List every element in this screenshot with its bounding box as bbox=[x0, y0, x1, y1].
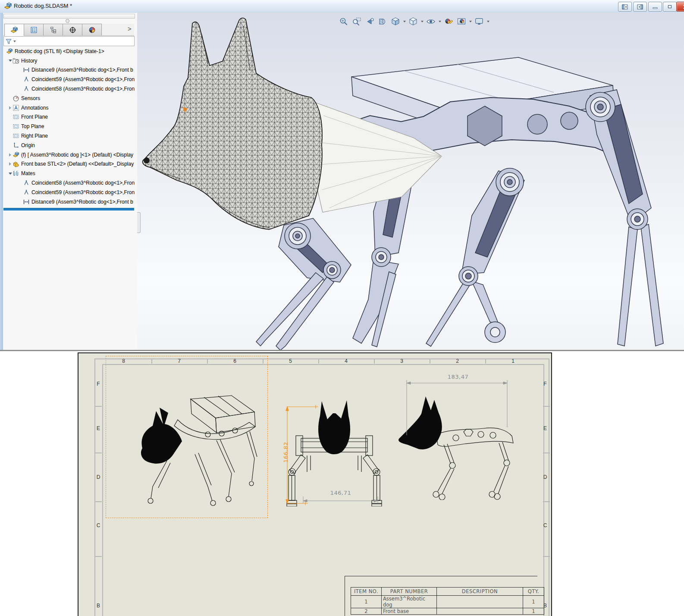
view-settings-button[interactable] bbox=[473, 16, 485, 28]
restore-icon bbox=[667, 4, 672, 9]
tab-property-manager[interactable] bbox=[24, 24, 44, 35]
previous-pane-button[interactable] bbox=[618, 2, 632, 12]
close-button[interactable] bbox=[676, 2, 684, 12]
display-style-caret-icon[interactable] bbox=[421, 21, 424, 22]
tree-item-distance9-history[interactable]: Distance9 (Assem3^Robotic dog<1>,Front b bbox=[3, 66, 136, 75]
feature-tree: Robotic dog (STL fil) <Display State-1> … bbox=[3, 47, 136, 207]
drawing-window[interactable]: 8 7 6 5 4 3 2 1 F E D C B F E D C B bbox=[0, 351, 684, 616]
bom-row[interactable]: 1 Assem3^Robotic dog 1 bbox=[351, 596, 544, 608]
plane-icon bbox=[13, 132, 19, 139]
tree-item-front-base-stl[interactable]: Front base STL<2> (Default) <<Default>_D… bbox=[3, 160, 136, 169]
restore-button[interactable] bbox=[663, 2, 677, 12]
apply-scene-button[interactable] bbox=[455, 16, 467, 28]
tree-item-front-plane[interactable]: Front Plane bbox=[3, 113, 136, 122]
tree-item-distance9-mate[interactable]: Distance9 (Assem3^Robotic dog<1>,Front b bbox=[3, 197, 136, 207]
bom-row[interactable]: 2 Front base 1 bbox=[351, 608, 544, 615]
tab-display-manager[interactable] bbox=[82, 24, 102, 35]
tree-item-right-plane[interactable]: Right Plane bbox=[3, 131, 136, 141]
title-block-line bbox=[345, 576, 345, 616]
tree-item-robotic-dog-root[interactable]: Robotic dog (STL fil) <Display State-1> bbox=[3, 47, 136, 56]
expander-icon[interactable] bbox=[8, 162, 13, 166]
tree-item-annotations[interactable]: Annotations bbox=[3, 103, 136, 113]
minimize-icon bbox=[653, 5, 658, 9]
dimension-height[interactable] bbox=[273, 404, 321, 506]
dimension-height-text[interactable]: 166,82 bbox=[282, 439, 289, 466]
edit-appearance-icon bbox=[444, 17, 453, 26]
edit-appearance-button[interactable] bbox=[442, 16, 454, 28]
zone-column-label: 5 bbox=[263, 358, 318, 364]
section-view-button[interactable] bbox=[377, 16, 388, 28]
tree-item-coincident59-history[interactable]: Coincident59 (Assem3^Robotic dog<1>,Fron bbox=[3, 75, 136, 84]
tab-feature-manager[interactable] bbox=[4, 24, 24, 36]
tree-item-assem3-robotic-dog[interactable]: (f) [ Assem3^Robotic dog ]<1> (Default) … bbox=[3, 150, 136, 160]
zone-column-label: 1 bbox=[485, 358, 541, 364]
view-orientation-caret-icon[interactable] bbox=[403, 21, 406, 22]
tree-item-origin[interactable]: Origin bbox=[3, 141, 136, 150]
zone-row-label: F bbox=[94, 381, 102, 387]
hide-show-items-caret-icon[interactable] bbox=[439, 21, 441, 22]
graphics-viewport[interactable] bbox=[137, 13, 684, 350]
bom-table[interactable]: ITEM NO. PART NUMBER DESCRIPTION QTY. 1 … bbox=[351, 587, 544, 615]
robotic-dog-model[interactable] bbox=[137, 13, 684, 350]
dimension-width[interactable] bbox=[301, 496, 380, 504]
tree-item-coincident58-history[interactable]: Coincident58 (Assem3^Robotic dog<1>,Fron bbox=[3, 84, 136, 94]
bom-cell-item: 1 bbox=[351, 596, 382, 608]
tree-item-top-plane[interactable]: Top Plane bbox=[3, 122, 136, 131]
expander-icon[interactable] bbox=[8, 60, 13, 62]
dimension-length-text[interactable]: 183,47 bbox=[444, 374, 472, 380]
hide-show-items-button[interactable] bbox=[425, 16, 436, 28]
drawing-sheet[interactable]: 8 7 6 5 4 3 2 1 F E D C B F E D C B bbox=[78, 352, 552, 616]
rollback-bar[interactable] bbox=[3, 208, 134, 211]
bom-cell-qty: 1 bbox=[523, 596, 544, 608]
title-bar[interactable]: Robotic dog.SLDASM * bbox=[0, 0, 684, 13]
tree-item-history[interactable]: History bbox=[3, 56, 136, 66]
dimension-width-text[interactable]: 146,71 bbox=[327, 490, 355, 496]
dimension-length[interactable] bbox=[404, 379, 510, 440]
view-orientation-button[interactable] bbox=[389, 16, 401, 28]
bom-cell-desc bbox=[437, 596, 523, 608]
view-settings-caret-icon[interactable] bbox=[487, 21, 489, 22]
zoom-to-fit-button[interactable] bbox=[338, 16, 349, 28]
viewport-splitter-handle[interactable] bbox=[137, 212, 141, 233]
tree-item-sensors[interactable]: Sensors bbox=[3, 94, 136, 103]
panel-splitter[interactable] bbox=[3, 14, 135, 19]
bom-cell-item: 2 bbox=[351, 608, 382, 615]
expander-icon[interactable] bbox=[8, 106, 13, 110]
view-settings-icon bbox=[474, 17, 484, 26]
display-style-button[interactable] bbox=[407, 16, 419, 28]
tree-item-mates[interactable]: Mates bbox=[3, 169, 136, 178]
previous-pane-icon bbox=[622, 4, 628, 9]
zoom-to-area-icon bbox=[352, 17, 361, 26]
title-block-line bbox=[345, 576, 537, 576]
apply-scene-caret-icon[interactable] bbox=[469, 21, 472, 22]
coincident-mate-icon bbox=[23, 179, 30, 186]
tab-overflow-chevron[interactable]: > bbox=[128, 25, 132, 32]
bom-cell-qty: 1 bbox=[523, 608, 544, 615]
next-pane-button[interactable] bbox=[633, 2, 647, 12]
manager-tab-bar: > bbox=[3, 24, 134, 36]
tab-dimxpert-manager[interactable] bbox=[63, 24, 82, 35]
expander-icon[interactable] bbox=[8, 153, 13, 157]
filter-input[interactable] bbox=[16, 38, 134, 45]
app-icon bbox=[4, 2, 12, 10]
minimize-button[interactable] bbox=[648, 2, 662, 12]
zoom-to-area-button[interactable] bbox=[351, 16, 362, 28]
next-pane-icon bbox=[637, 4, 643, 9]
previous-view-button[interactable] bbox=[364, 16, 375, 28]
tree-item-label: Front base STL<2> (Default) <<Default>_D… bbox=[21, 161, 134, 167]
panel-splitter-dot[interactable] bbox=[66, 19, 69, 23]
zone-row-label: C bbox=[541, 522, 549, 528]
zone-column-label: 2 bbox=[430, 358, 485, 364]
section-view-icon bbox=[378, 17, 387, 26]
expander-icon[interactable] bbox=[8, 173, 13, 175]
zone-row-label: D bbox=[541, 474, 549, 480]
tab-configuration-manager[interactable] bbox=[43, 24, 63, 35]
drawing-view-isometric[interactable] bbox=[126, 390, 264, 512]
assembly-window: > Robotic dog (STL fil) <Display State-1… bbox=[0, 13, 684, 351]
tree-item-coincident59-mate[interactable]: Coincident59 (Assem3^Robotic dog<1>,Fron bbox=[3, 188, 136, 197]
distance-mate-icon bbox=[23, 198, 30, 205]
tree-item-label: Coincident59 (Assem3^Robotic dog<1>,Fron bbox=[31, 189, 135, 195]
display-style-icon bbox=[408, 17, 418, 26]
zone-row-label: B bbox=[94, 603, 102, 609]
tree-item-coincident58-mate[interactable]: Coincident58 (Assem3^Robotic dog<1>,Fron bbox=[3, 178, 136, 188]
